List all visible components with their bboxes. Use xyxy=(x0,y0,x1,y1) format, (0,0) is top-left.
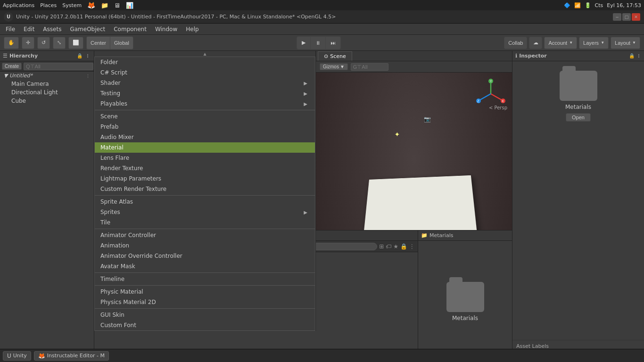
game-lock-icon[interactable]: 🔒 xyxy=(400,243,407,250)
context-menu-item-physics-material-2d[interactable]: Physics Material 2D xyxy=(95,297,315,307)
context-menu-item-playables[interactable]: Playables▶ xyxy=(95,99,315,109)
close-button[interactable]: ✕ xyxy=(632,13,640,21)
scene-tab[interactable]: ⊙ Scene xyxy=(318,51,352,61)
rect-tool-button[interactable]: ⬜ xyxy=(68,37,83,49)
move-tool-button[interactable]: ✛ xyxy=(22,37,34,49)
menu-component[interactable]: Component xyxy=(110,25,150,33)
inspector-lock-icon[interactable]: 🔒 xyxy=(629,53,635,58)
menu-assets[interactable]: Assets xyxy=(39,25,65,33)
scene-area: ▲ FolderC# ScriptShader▶Testing▶Playable… xyxy=(94,51,512,362)
context-menu-item-lens-flare[interactable]: Lens Flare xyxy=(95,153,315,163)
context-menu-item-sprites[interactable]: Sprites▶ xyxy=(95,207,315,217)
context-menu-item-material[interactable]: Material xyxy=(95,142,315,153)
instructable-taskbar-item[interactable]: 🦊 Instructable Editor - M xyxy=(34,351,109,361)
menu-window[interactable]: Window xyxy=(151,25,181,33)
context-menu-item-avatar-mask[interactable]: Avatar Mask xyxy=(95,261,315,272)
hierarchy-create-button[interactable]: Create xyxy=(2,63,22,70)
context-menu-item-custom-render-texture[interactable]: Custom Render Texture xyxy=(95,184,315,194)
context-menu-item-folder[interactable]: Folder xyxy=(95,57,315,67)
inspector-title: Inspector xyxy=(519,53,547,59)
menu-gameobject[interactable]: GameObject xyxy=(66,25,109,33)
context-menu-item-prefab[interactable]: Prefab xyxy=(95,122,315,132)
game-star-icon[interactable]: ★ xyxy=(393,243,398,250)
rotate-tool-button[interactable]: ↺ xyxy=(37,37,50,49)
folder-name-label: Metarials xyxy=(429,232,453,239)
minimize-button[interactable]: − xyxy=(613,13,621,21)
context-menu-item-label: Tile xyxy=(100,219,110,226)
context-menu-item-sprite-atlas[interactable]: Sprite Atlas xyxy=(95,197,315,207)
context-menu-item-c#-script[interactable]: C# Script xyxy=(95,67,315,78)
hierarchy-directional-light[interactable]: Directional Light xyxy=(0,88,94,97)
step-button[interactable]: ⏭ xyxy=(326,37,340,49)
scene-options-icon[interactable]: ⋮ xyxy=(86,74,90,78)
layout-dropdown[interactable]: Layout ▼ xyxy=(611,37,640,49)
context-menu-item-tile[interactable]: Tile xyxy=(95,217,315,228)
context-menu: FolderC# ScriptShader▶Testing▶Playables▶… xyxy=(94,57,315,331)
context-menu-item-custom-font[interactable]: Custom Font xyxy=(95,320,315,330)
gizmos-button[interactable]: Gizmos ▼ xyxy=(320,63,348,70)
context-menu-item-gui-skin[interactable]: GUI Skin xyxy=(95,310,315,320)
collab-button[interactable]: Collab xyxy=(504,37,527,49)
context-menu-item-scene[interactable]: Scene xyxy=(95,111,315,122)
system-apps-menu[interactable]: Applications xyxy=(3,2,34,8)
unity-taskbar-item[interactable]: U Unity xyxy=(3,351,31,361)
svg-line-3 xyxy=(491,94,502,100)
monitor-icon[interactable]: 📊 xyxy=(126,2,133,9)
context-menu-item-lightmap-parameters[interactable]: Lightmap Parameters xyxy=(95,173,315,184)
system-system-menu[interactable]: System xyxy=(62,2,82,8)
hierarchy-panel: ☰ Hierarchy 🔒 ⋮ Create ▼ Untitled* ⋮ Mai xyxy=(0,51,94,362)
context-menu-item-physic-material[interactable]: Physic Material xyxy=(95,287,315,297)
menu-file[interactable]: File xyxy=(2,25,19,33)
context-menu-item-timeline[interactable]: Timeline xyxy=(95,274,315,284)
context-menu-item-label: Custom Render Texture xyxy=(100,186,166,192)
context-menu-item-testing[interactable]: Testing▶ xyxy=(95,88,315,99)
layers-dropdown[interactable]: Layers ▼ xyxy=(579,37,609,49)
hierarchy-main-camera[interactable]: Main Camera xyxy=(0,80,94,88)
system-places-menu[interactable]: Places xyxy=(40,2,57,8)
scene-search-input[interactable] xyxy=(351,63,388,71)
context-menu-item-render-texture[interactable]: Render Texture xyxy=(95,163,315,173)
hierarchy-scene-item[interactable]: ▼ Untitled* ⋮ xyxy=(0,72,94,80)
center-button[interactable]: Center xyxy=(87,37,110,49)
menu-help[interactable]: Help xyxy=(182,25,202,33)
global-button[interactable]: Global xyxy=(110,37,133,49)
game-filter-icon[interactable]: ⊞ xyxy=(379,243,384,250)
scale-tool-button[interactable]: ⤡ xyxy=(53,37,66,49)
hand-tool-button[interactable]: ✋ xyxy=(4,37,19,49)
account-dropdown[interactable]: Account ▼ xyxy=(544,37,577,49)
hierarchy-title: Hierarchy xyxy=(9,53,38,59)
inspector-icon: ℹ xyxy=(515,53,517,59)
unity-window: U Unity - Unity 2017.2.0b11 Personal (64… xyxy=(0,10,644,362)
context-menu-item-animator-controller[interactable]: Animator Controller xyxy=(95,230,315,240)
scene-tab-icon: ⊙ xyxy=(324,53,328,59)
files-icon[interactable]: 📁 xyxy=(101,2,108,9)
terminal-icon[interactable]: 🖥 xyxy=(114,2,120,9)
context-menu-item-audio-mixer[interactable]: Audio Mixer xyxy=(95,132,315,142)
scene-tab-label: Scene xyxy=(330,53,346,59)
menu-edit[interactable]: Edit xyxy=(20,25,38,33)
hierarchy-menu-icon[interactable]: ⋮ xyxy=(84,53,91,58)
svg-line-6 xyxy=(480,94,491,100)
context-menu-scroll-up[interactable]: ▲ xyxy=(94,51,315,57)
context-menu-item-animation[interactable]: Animation xyxy=(95,240,315,251)
account-dropdown-arrow: ▼ xyxy=(569,41,573,45)
hierarchy-cube[interactable]: Cube xyxy=(0,97,94,105)
hierarchy-lock-icon[interactable]: 🔒 xyxy=(76,53,83,58)
cloud-button[interactable]: ☁ xyxy=(529,37,542,49)
context-menu-item-animator-override-controller[interactable]: Animator Override Controller xyxy=(95,251,315,261)
pause-button[interactable]: ⏸ xyxy=(311,37,326,49)
context-menu-item-label: C# Script xyxy=(100,69,127,76)
maximize-button[interactable]: □ xyxy=(622,13,631,21)
inspector-menu-icon[interactable]: ⋮ xyxy=(636,53,641,58)
hierarchy-search-input[interactable] xyxy=(24,63,93,70)
game-tag-icon[interactable]: 🏷 xyxy=(386,243,391,250)
inspector-folder-name: Metarials xyxy=(565,104,591,110)
inspector-open-button[interactable]: Open xyxy=(566,113,591,122)
unity-taskbar-icon: U xyxy=(7,353,11,359)
game-options-icon[interactable]: ⋮ xyxy=(409,243,415,250)
scene-toolbar: Gizmos ▼ xyxy=(316,61,512,73)
scene-gizmo: Y X Z < Persp xyxy=(474,77,507,110)
play-button[interactable]: ▶ xyxy=(297,37,311,49)
context-menu-item-shader[interactable]: Shader▶ xyxy=(95,78,315,88)
firefox-icon[interactable]: 🦊 xyxy=(87,1,95,9)
